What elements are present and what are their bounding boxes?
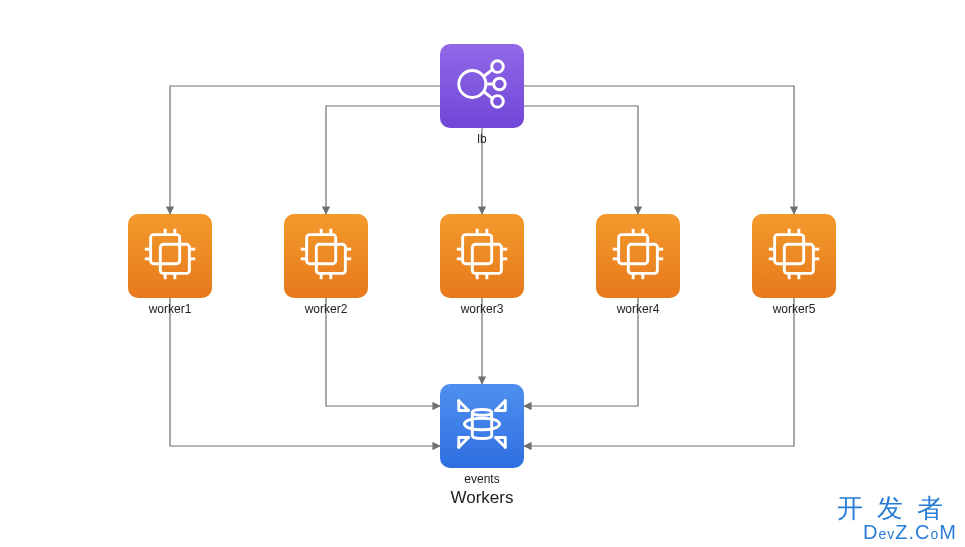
node-worker2 — [284, 214, 368, 298]
compute-icon — [139, 223, 201, 289]
label-worker2: worker2 — [276, 302, 376, 316]
label-worker5: worker5 — [744, 302, 844, 316]
label-lb: lb — [432, 132, 532, 146]
watermark: 开发者 DevZ.CoM — [837, 495, 957, 543]
svg-rect-38 — [619, 235, 648, 264]
svg-rect-37 — [628, 244, 657, 273]
svg-rect-28 — [463, 235, 492, 264]
compute-icon — [295, 223, 357, 289]
svg-rect-17 — [316, 244, 345, 273]
watermark-line2: DevZ.CoM — [837, 522, 957, 543]
svg-rect-48 — [775, 235, 804, 264]
watermark-line1: 开发者 — [837, 495, 957, 522]
svg-rect-7 — [160, 244, 189, 273]
node-worker4 — [596, 214, 680, 298]
svg-point-2 — [494, 78, 506, 90]
svg-rect-47 — [784, 244, 813, 273]
edge-lb-worker5 — [524, 86, 794, 214]
load-balancer-icon — [451, 53, 513, 119]
svg-rect-18 — [307, 235, 336, 264]
edge-lb-worker1 — [170, 86, 440, 214]
diagram-title: Workers — [402, 488, 562, 508]
edge-worker5-events — [524, 298, 794, 446]
label-worker4: worker4 — [588, 302, 688, 316]
svg-rect-27 — [472, 244, 501, 273]
compute-icon — [451, 223, 513, 289]
edge-worker1-events — [170, 298, 440, 446]
node-lb — [440, 44, 524, 128]
diagram-canvas: lb worker1 worker2 — [0, 0, 965, 547]
compute-icon — [607, 223, 669, 289]
svg-rect-8 — [151, 235, 180, 264]
label-worker3: worker3 — [432, 302, 532, 316]
edge-lb-worker4 — [524, 106, 638, 214]
node-worker5 — [752, 214, 836, 298]
node-worker3 — [440, 214, 524, 298]
edge-lb-worker2 — [326, 106, 440, 214]
node-worker1 — [128, 214, 212, 298]
node-events — [440, 384, 524, 468]
label-events: events — [432, 472, 532, 486]
svg-line-4 — [484, 69, 493, 76]
compute-icon — [763, 223, 825, 289]
svg-line-6 — [484, 92, 493, 99]
label-worker1: worker1 — [120, 302, 220, 316]
svg-point-0 — [459, 70, 486, 97]
datastore-icon — [451, 393, 513, 459]
